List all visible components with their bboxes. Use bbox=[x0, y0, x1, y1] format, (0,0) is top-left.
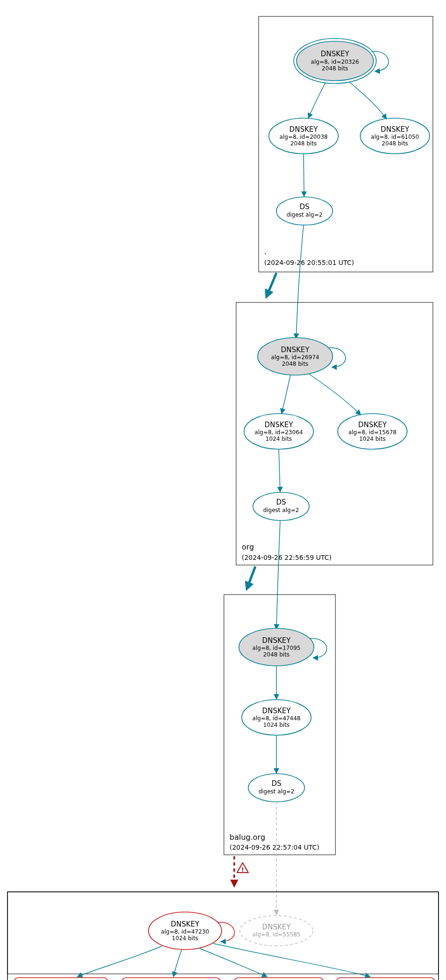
edge-root-ds-to-org-ksk bbox=[296, 225, 304, 339]
svg-rect-44 bbox=[7, 892, 439, 980]
zone-name-root: . bbox=[264, 247, 267, 256]
svg-text:DNSKEY: DNSKEY bbox=[281, 346, 310, 354]
svg-text:alg=8, id=47448: alg=8, id=47448 bbox=[253, 715, 301, 722]
edge-org-ksk-to-zsk1 bbox=[282, 375, 290, 414]
node-root-zsk-61050: DNSKEY alg=8, id=61050 2048 bits bbox=[360, 118, 430, 154]
svg-text:alg=8, id=20038: alg=8, id=20038 bbox=[280, 134, 328, 140]
edge-root-to-org-thick bbox=[267, 273, 276, 295]
svg-text:digest alg=2: digest alg=2 bbox=[259, 788, 295, 795]
svg-text:alg=8, id=55585: alg=8, id=55585 bbox=[253, 931, 301, 938]
svg-text:alg=8, id=23064: alg=8, id=23064 bbox=[255, 429, 303, 436]
edge-org-ksk-to-zsk2 bbox=[309, 374, 361, 415]
svg-text:DNSKEY: DNSKEY bbox=[265, 421, 294, 429]
edge-zsk-to-aaaa bbox=[213, 943, 370, 977]
node-org-ksk: DNSKEY alg=8, id=26974 2048 bits bbox=[258, 338, 333, 375]
svg-text:alg=8, id=17095: alg=8, id=17095 bbox=[253, 645, 301, 651]
svg-rect-56 bbox=[7, 892, 439, 980]
node-org-zsk-23064: DNSKEY alg=8, id=23064 1024 bits bbox=[244, 414, 313, 449]
svg-text:alg=8, id=26974: alg=8, id=26974 bbox=[271, 354, 320, 361]
svg-text:2048 bits: 2048 bits bbox=[263, 651, 290, 658]
svg-text:alg=8, id=20326: alg=8, id=20326 bbox=[311, 59, 359, 65]
zone-ts-root: (2024-09-26 20:55:01 UTC) bbox=[264, 259, 354, 266]
svg-text:2048 bits: 2048 bits bbox=[382, 140, 408, 147]
rr-ns bbox=[14, 978, 108, 980]
edge-org-to-balug-thick bbox=[247, 566, 255, 588]
rr-soa bbox=[122, 978, 220, 980]
svg-text:!: ! bbox=[241, 866, 244, 873]
node-balug-ksk: DNSKEY alg=8, id=17095 2048 bits bbox=[239, 628, 314, 666]
node-org-zsk-15678: DNSKEY alg=8, id=15678 1024 bits bbox=[338, 414, 407, 449]
edge-org-ds-to-balug-ksk bbox=[276, 520, 280, 629]
rr-a bbox=[234, 978, 323, 980]
warning-icon: ! bbox=[237, 863, 248, 873]
svg-text:2048 bits: 2048 bits bbox=[290, 140, 317, 147]
svg-text:DS: DS bbox=[299, 203, 309, 211]
node-balug-ds: DS digest alg=2 bbox=[248, 774, 305, 802]
zone-box-target-outer bbox=[7, 892, 439, 980]
svg-text:alg=8, id=47230: alg=8, id=47230 bbox=[161, 928, 209, 935]
dnssec-chain-diagram: . (2024-09-26 20:55:01 UTC) DNSKEY alg=8… bbox=[0, 0, 446, 980]
edge-root-zsk1-to-ds bbox=[304, 154, 304, 196]
node-org-ds: DS digest alg=2 bbox=[253, 492, 309, 520]
node-root-zsk-20038: DNSKEY alg=8, id=20038 2048 bits bbox=[269, 118, 338, 154]
edge-zsk-to-soa bbox=[173, 950, 182, 977]
zone-ts-org: (2024-09-26 22:56:59 UTC) bbox=[242, 554, 332, 561]
node-root-ksk: DNSKEY alg=8, id=20326 2048 bits bbox=[294, 38, 376, 83]
svg-text:DNSKEY: DNSKEY bbox=[262, 707, 291, 715]
svg-text:DNSKEY: DNSKEY bbox=[381, 125, 410, 134]
svg-point-39 bbox=[248, 774, 305, 802]
svg-text:DS: DS bbox=[276, 498, 286, 506]
zone-name-org: org bbox=[242, 543, 254, 551]
zone-name-balug: balug.org bbox=[230, 833, 265, 842]
svg-text:alg=8, id=61050: alg=8, id=61050 bbox=[371, 134, 419, 140]
node-target-ghost-55585: DNSKEY alg=8, id=55585 bbox=[240, 916, 313, 946]
node-balug-zsk-47448: DNSKEY alg=8, id=47448 1024 bits bbox=[242, 700, 311, 735]
node-root-ds: DS digest alg=2 bbox=[276, 197, 333, 225]
rr-aaaa bbox=[336, 978, 435, 980]
svg-text:1024 bits: 1024 bits bbox=[266, 436, 292, 442]
svg-text:digest alg=2: digest alg=2 bbox=[287, 211, 323, 218]
edge-org-zsk1-to-ds bbox=[279, 449, 280, 492]
svg-text:1024 bits: 1024 bits bbox=[263, 722, 290, 728]
svg-point-13 bbox=[276, 197, 333, 225]
svg-text:DNSKEY: DNSKEY bbox=[290, 125, 319, 134]
svg-text:DS: DS bbox=[271, 779, 281, 788]
zone-ts-balug: (2024-09-26 22:57:04 UTC) bbox=[230, 844, 320, 851]
svg-point-28 bbox=[253, 492, 309, 520]
svg-text:DNSKEY: DNSKEY bbox=[262, 923, 291, 931]
svg-text:DNSKEY: DNSKEY bbox=[171, 920, 200, 928]
edge-root-ksk-to-zsk2 bbox=[349, 82, 387, 119]
svg-text:2048 bits: 2048 bits bbox=[282, 361, 308, 367]
svg-text:digest alg=2: digest alg=2 bbox=[263, 507, 299, 513]
svg-text:alg=8, id=15678: alg=8, id=15678 bbox=[349, 429, 397, 436]
zone-box-target bbox=[7, 892, 439, 974]
edge-zsk-to-ns bbox=[77, 946, 162, 977]
svg-text:DNSKEY: DNSKEY bbox=[262, 636, 291, 645]
edge-root-ksk-to-zsk1 bbox=[308, 83, 326, 118]
svg-text:DNSKEY: DNSKEY bbox=[358, 421, 387, 429]
svg-text:DNSKEY: DNSKEY bbox=[321, 50, 350, 58]
svg-text:2048 bits: 2048 bits bbox=[322, 65, 348, 72]
node-target-zsk-47230: DNSKEY alg=8, id=47230 1024 bits bbox=[149, 912, 222, 950]
svg-text:1024 bits: 1024 bits bbox=[359, 436, 386, 442]
svg-text:1024 bits: 1024 bits bbox=[172, 935, 198, 942]
